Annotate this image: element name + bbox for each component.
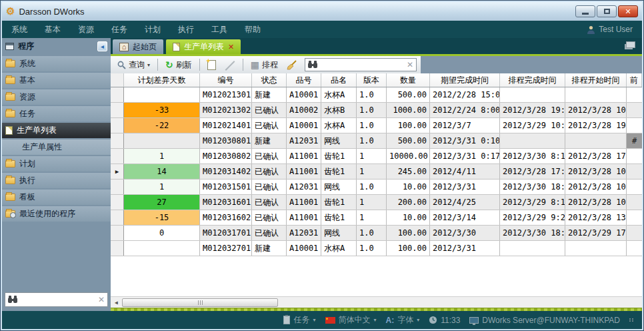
table-row[interactable]: M012021301 新建 A10001 水杯A 1.0 500.00 2012…: [111, 87, 642, 103]
minimize-button[interactable]: [575, 5, 595, 17]
tab-production-order-list[interactable]: 生产单列表 ✕: [166, 39, 241, 54]
cell-marker[interactable]: [627, 103, 642, 117]
cell-sched-end[interactable]: 2012/3/28 17:13: [500, 164, 565, 179]
cell-status[interactable]: 新建: [252, 87, 287, 102]
cell-sched-start[interactable]: [565, 133, 627, 148]
scrollbar-thumb[interactable]: [122, 298, 278, 307]
cell-status[interactable]: 已确认: [252, 195, 287, 210]
col-status[interactable]: 状态: [252, 73, 287, 87]
cell-expect[interactable]: 2012/3/30: [430, 226, 500, 240]
cell-sched-start[interactable]: 2012/3/28 17:13: [565, 149, 627, 163]
cell-status[interactable]: 已确认: [252, 226, 287, 240]
cell-qty[interactable]: 245.00: [387, 164, 430, 179]
menu-basic[interactable]: 基本: [45, 24, 61, 35]
table-row[interactable]: 1 M012031501 已确认 A12031 网线 1.0 10.00 201…: [111, 180, 642, 195]
refresh-button[interactable]: ↻ 刷新: [163, 58, 195, 72]
cell-diff[interactable]: -33: [124, 103, 200, 117]
cell-sched-start[interactable]: 2012/3/28 13:40: [565, 210, 627, 225]
cell-diff[interactable]: 1: [124, 180, 200, 194]
row-gutter[interactable]: [111, 210, 124, 225]
table-row[interactable]: 27 M012031601 已确认 A11001 齿轮1 1 200.00 20…: [111, 195, 642, 210]
current-user[interactable]: Test User: [587, 25, 633, 34]
cell-sched-start[interactable]: 2012/3/28 10:52: [565, 180, 627, 194]
sidebar-search-input[interactable]: [20, 295, 95, 304]
cell-item-name[interactable]: 水杯A: [321, 118, 357, 133]
row-gutter[interactable]: [111, 133, 124, 148]
cell-item-name[interactable]: 齿轮1: [321, 149, 357, 163]
cell-expect[interactable]: 2012/4/25: [430, 195, 500, 210]
sidebar-item-execute[interactable]: 执行: [2, 173, 111, 188]
col-order-id[interactable]: 编号: [200, 73, 252, 87]
sidebar-item-kanban[interactable]: 看板: [2, 190, 111, 205]
query-button[interactable]: 查询 ▾: [115, 58, 153, 72]
cell-id[interactable]: M012031501: [200, 180, 252, 194]
cell-id[interactable]: M012021301: [200, 87, 252, 102]
cell-item-name[interactable]: 水杯B: [321, 103, 357, 117]
cell-id[interactable]: M012030801: [200, 133, 252, 148]
cell-qty[interactable]: 10000.00: [387, 149, 430, 163]
cell-marker[interactable]: [627, 180, 642, 194]
horizontal-scrollbar[interactable]: ◀: [111, 296, 642, 308]
sidebar-item-task[interactable]: 任务: [2, 106, 111, 121]
cell-status[interactable]: 已确认: [252, 118, 287, 133]
cell-diff[interactable]: 0: [124, 226, 200, 240]
cell-item-no[interactable]: A11001: [287, 195, 321, 210]
col-plan-diff-days[interactable]: 计划差异天数: [124, 73, 200, 87]
cell-diff[interactable]: [124, 241, 200, 256]
table-row[interactable]: -33 M012021302 已确认 A10002 水杯B 1.0 1000.0…: [111, 103, 642, 118]
tab-close-icon[interactable]: ✕: [228, 43, 234, 51]
cell-version[interactable]: 1.0: [357, 87, 387, 102]
status-font-menu[interactable]: A: 字体 ▾: [386, 314, 420, 326]
col-item-no[interactable]: 品号: [287, 73, 321, 87]
col-quantity[interactable]: 数量: [387, 73, 430, 87]
cell-item-name[interactable]: 齿轮1: [321, 164, 357, 179]
cell-status[interactable]: 已确认: [252, 164, 287, 179]
cell-diff[interactable]: 27: [124, 195, 200, 210]
row-gutter[interactable]: [111, 87, 124, 102]
cell-expect[interactable]: 2012/3/31: [430, 180, 500, 194]
cell-qty[interactable]: 500.00: [387, 133, 430, 148]
col-partial[interactable]: 前: [627, 73, 642, 87]
cell-sched-start[interactable]: [565, 241, 627, 256]
cell-item-no[interactable]: A11001: [287, 210, 321, 225]
cell-item-name[interactable]: 齿轮1: [321, 195, 357, 210]
cell-sched-start[interactable]: 2012/3/28 10:52: [565, 164, 627, 179]
cell-sched-end[interactable]: 2012/3/30 18:00: [500, 180, 565, 194]
sidebar-item-system[interactable]: 系统: [2, 56, 111, 71]
cell-marker[interactable]: [627, 195, 642, 210]
cell-version[interactable]: 1: [357, 164, 387, 179]
cell-item-no[interactable]: A12031: [287, 180, 321, 194]
row-gutter[interactable]: [111, 226, 124, 240]
row-gutter[interactable]: [111, 241, 124, 256]
row-gutter[interactable]: [111, 149, 124, 163]
cell-qty[interactable]: 500.00: [387, 87, 430, 102]
cell-qty[interactable]: 10.00: [387, 210, 430, 225]
row-gutter[interactable]: [111, 195, 124, 210]
schedule-button[interactable]: ▦ 排程: [248, 58, 281, 72]
cell-item-no[interactable]: A11001: [287, 164, 321, 179]
cell-sched-start[interactable]: [565, 87, 627, 102]
cell-id[interactable]: M012031701: [200, 226, 252, 240]
cell-sched-end[interactable]: 2012/3/30 18:00: [500, 226, 565, 240]
cell-item-no[interactable]: A10001: [287, 87, 321, 102]
sidebar-collapse-button[interactable]: ◂: [97, 41, 107, 51]
status-task-menu[interactable]: 任务 ▾: [283, 314, 315, 326]
cell-sched-end[interactable]: 2012/3/29 8:15: [500, 195, 565, 210]
cell-sched-end[interactable]: 2012/3/29 10:20: [500, 118, 565, 133]
window-list-icon[interactable]: [626, 41, 635, 48]
sidebar-item-plan[interactable]: 计划: [2, 156, 111, 172]
cell-status[interactable]: 已确认: [252, 103, 287, 117]
table-row[interactable]: 1 M012030802 已确认 A11001 齿轮1 1 10000.00 2…: [111, 149, 642, 164]
cell-version[interactable]: 1: [357, 195, 387, 210]
cell-version[interactable]: 1.0: [357, 180, 387, 194]
cell-diff[interactable]: [124, 87, 200, 102]
cell-sched-end[interactable]: 2012/3/28 19:10: [500, 103, 565, 117]
menu-system[interactable]: 系统: [11, 24, 27, 35]
row-gutter[interactable]: [111, 118, 124, 133]
col-expected-finish[interactable]: 期望完成时间: [430, 73, 500, 87]
cell-id[interactable]: M012032701: [200, 241, 252, 256]
cell-marker[interactable]: [627, 118, 642, 133]
sidebar-item-resource[interactable]: 资源: [2, 89, 111, 105]
cell-sched-end[interactable]: [500, 87, 565, 102]
status-language-menu[interactable]: 简体中文 ▾: [325, 314, 377, 326]
